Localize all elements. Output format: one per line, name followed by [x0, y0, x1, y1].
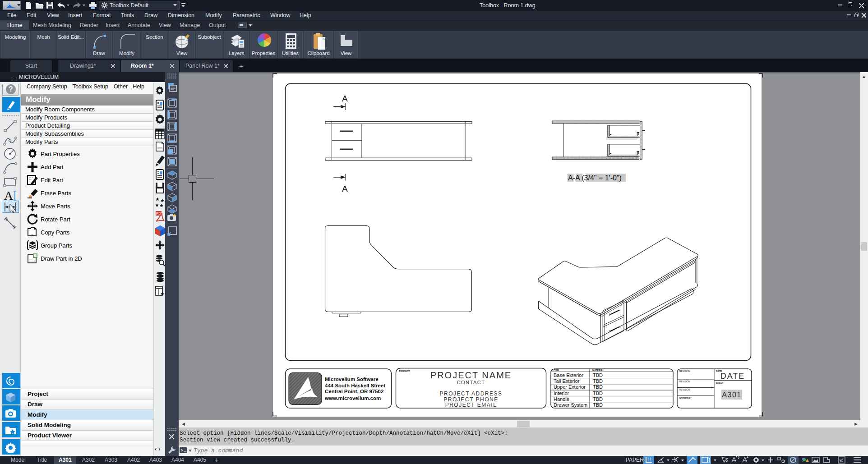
svg-text:TBD: TBD: [593, 402, 603, 408]
svg-text:CONTACT: CONTACT: [457, 380, 485, 385]
svg-text:Tall Exterior: Tall Exterior: [554, 378, 580, 384]
svg-text:www.microvellum.com: www.microvellum.com: [324, 395, 381, 401]
svg-text:TBD: TBD: [593, 390, 603, 396]
svg-text:Central Point, OR 97502: Central Point, OR 97502: [325, 389, 383, 394]
svg-text:REVISION: REVISION: [679, 381, 690, 383]
svg-text:Base Exterior: Base Exterior: [554, 372, 583, 378]
svg-text:Handle: Handle: [554, 396, 569, 402]
svg-text:PROJECT ADDRESS: PROJECT ADDRESS: [440, 390, 503, 397]
svg-text:DATE: DATE: [720, 372, 745, 381]
svg-text:REVISION: REVISION: [679, 370, 690, 372]
svg-text:Microvellum Software: Microvellum Software: [325, 377, 379, 382]
svg-text:MATERIAL: MATERIAL: [592, 369, 604, 372]
svg-text:Upper Exterior: Upper Exterior: [554, 384, 586, 390]
svg-text:Interior: Interior: [554, 390, 569, 396]
svg-text:A: A: [342, 94, 348, 103]
svg-text:A301: A301: [722, 391, 741, 399]
svg-text:REVISION: REVISION: [679, 389, 690, 391]
svg-text:SHEET: SHEET: [716, 382, 724, 384]
svg-text:TBD: TBD: [593, 378, 603, 384]
svg-text:A-A (3/4" = 1'-0"): A-A (3/4" = 1'-0"): [568, 174, 622, 182]
svg-text:Drawer System: Drawer System: [554, 402, 587, 408]
svg-text:PROJECT EMAIL: PROJECT EMAIL: [445, 402, 497, 408]
svg-text:A: A: [342, 184, 348, 193]
svg-text:ITEM: ITEM: [554, 369, 559, 372]
svg-text:444 South Haskell Street: 444 South Haskell Street: [325, 383, 385, 388]
svg-text:DRAWN BY: DRAWN BY: [679, 397, 692, 399]
svg-text:TBD: TBD: [593, 372, 603, 378]
svg-text:TBD: TBD: [593, 396, 603, 402]
svg-text:PROJECT NAME: PROJECT NAME: [430, 370, 512, 380]
svg-text:PROJECT: PROJECT: [399, 370, 410, 372]
svg-text:TBD: TBD: [593, 384, 603, 390]
